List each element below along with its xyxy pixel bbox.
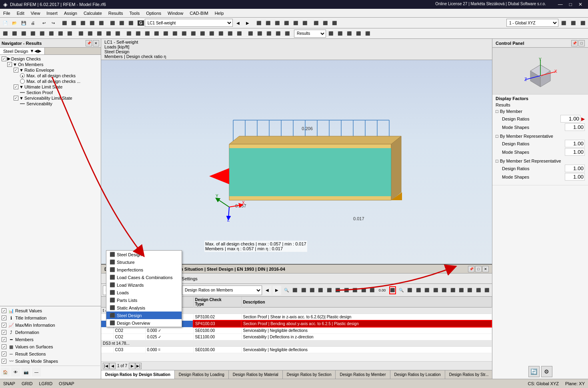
tb2-25[interactable]: ⬛: [226, 29, 234, 38]
page-first[interactable]: |◀: [103, 363, 109, 369]
rt-btn2[interactable]: ⬛: [291, 286, 298, 294]
tb2-10[interactable]: ⬛: [86, 29, 94, 38]
tb2-5[interactable]: ⬛: [38, 29, 46, 38]
tb-save[interactable]: 💾: [19, 18, 28, 27]
table-group-row-2[interactable]: DS3 nt 14.78...: [101, 340, 492, 347]
tb-btn8[interactable]: ⬛: [108, 18, 117, 27]
result-type-next[interactable]: ▶: [272, 286, 281, 295]
nav-item-result-values[interactable]: 📊 Result Values: [1, 307, 100, 314]
tb2-15[interactable]: ⬛: [134, 29, 142, 38]
rt-btn-value[interactable]: 0.00: [377, 286, 388, 294]
cp-btn-restore[interactable]: 🔄: [528, 366, 540, 377]
nav-item-maxmin-info[interactable]: 📈 Max/Min Information: [1, 322, 100, 329]
rt-btn15[interactable]: ⬛: [424, 286, 430, 294]
tb-new[interactable]: 📄: [1, 18, 10, 27]
tb-view2[interactable]: ⬛: [321, 18, 330, 27]
rt-btn19[interactable]: ⬛: [458, 286, 464, 294]
nav-pin-button[interactable]: 📌: [86, 40, 92, 46]
tb-btn4[interactable]: ⬛: [69, 18, 78, 27]
tree-serviceability[interactable]: Serviceability: [1, 101, 100, 107]
menu-window[interactable]: Window: [164, 10, 186, 16]
tb2-11[interactable]: ⬛: [95, 29, 104, 38]
tb2-28[interactable]: ⬛: [255, 29, 264, 38]
nav-tab-prev[interactable]: ◀: [34, 48, 38, 54]
tree-section-proof[interactable]: Section Proof: [1, 90, 100, 95]
nav-check-members[interactable]: [2, 337, 6, 342]
dropdown-item-load-cases[interactable]: ⬛ Load Cases & Combinations: [106, 273, 182, 281]
tab-design-ratios-str[interactable]: Design Ratios by Str...: [445, 370, 492, 379]
menu-options[interactable]: Options: [143, 10, 164, 16]
status-grid[interactable]: GRID: [22, 381, 33, 386]
tb2-24[interactable]: ⬛: [216, 29, 225, 38]
tab-design-ratios-location[interactable]: Design Ratios by Location: [390, 370, 445, 379]
tb2-36[interactable]: ⬛: [363, 29, 372, 38]
tb-render1[interactable]: ⬛: [254, 18, 263, 27]
dropdown-item-static-analysis[interactable]: ⬛ Static Analysis: [106, 304, 182, 312]
menu-file[interactable]: File: [0, 10, 14, 16]
rt-btn16[interactable]: ⬛: [432, 286, 439, 294]
tb2-18[interactable]: ⬛: [161, 29, 170, 38]
cp-max-button[interactable]: □: [578, 40, 585, 46]
tb2-29[interactable]: ⬛: [264, 29, 273, 38]
dropdown-item-load-wizards[interactable]: ⬛ Load Wizards: [106, 281, 182, 289]
rt-btn1[interactable]: 🔍: [283, 286, 290, 294]
tb-xyz-more3[interactable]: ⬛: [578, 18, 587, 27]
menu-results[interactable]: Results: [105, 10, 126, 16]
tb-view3[interactable]: ⬛: [330, 18, 339, 27]
tb2-21[interactable]: ⬛: [189, 29, 198, 38]
tree-max-all-1[interactable]: Max. of all design checks: [1, 73, 100, 78]
tree-check-on-members[interactable]: [7, 62, 12, 67]
tb2-12[interactable]: ⬛: [104, 29, 113, 38]
tree-ult-limit[interactable]: ▼ Ultimate Limit State: [1, 84, 100, 90]
tb2-16[interactable]: ⬛: [143, 29, 152, 38]
rt-btn17[interactable]: ⬛: [440, 286, 447, 294]
menu-assign[interactable]: Assign: [61, 10, 80, 16]
cp-input-rep-dr[interactable]: [565, 140, 585, 147]
nav-check-result-values[interactable]: [2, 308, 6, 313]
table-row[interactable]: CO2 0.025 ✓ SE1100.00 Serviceability | D…: [101, 334, 492, 340]
nav-item-values-surfaces[interactable]: ▦ Values on Surfaces: [1, 343, 100, 350]
rt-btn6[interactable]: ⬛: [326, 286, 332, 294]
nav-item-members[interactable]: ━ Members: [1, 336, 100, 343]
tb-render4[interactable]: ⬛: [282, 18, 291, 27]
tb2-33[interactable]: ⬛: [336, 29, 344, 38]
tb2-3[interactable]: ⬛: [19, 29, 28, 38]
dropdown-item-parts-lists[interactable]: ⬛ Parts Lists: [106, 296, 182, 304]
tb2-7[interactable]: ⬛: [56, 29, 65, 38]
rt-btn18[interactable]: ⬛: [449, 286, 456, 294]
tab-design-ratios-loading[interactable]: Design Ratios by Loading: [175, 370, 229, 379]
tb-btn7[interactable]: ⬛: [97, 18, 106, 27]
tb2-26[interactable]: ⬛: [235, 29, 244, 38]
tb-open[interactable]: 📂: [10, 18, 19, 27]
dropdown-item-design-overview[interactable]: ⬛ Design Overview: [106, 319, 182, 327]
tb2-32[interactable]: ⬛: [326, 29, 335, 38]
results-pin-button[interactable]: 📌: [468, 266, 474, 272]
cp-input-rep-ms[interactable]: [565, 148, 585, 156]
tb2-4[interactable]: ⬛: [28, 29, 37, 38]
tb2-23[interactable]: ⬛: [207, 29, 216, 38]
viewport-canvas[interactable]: Y X Z: [101, 60, 492, 264]
nav-item-result-sections[interactable]: ─ Result Sections: [1, 350, 100, 358]
nav-item-deformation[interactable]: ⤴ Deformation: [1, 329, 100, 336]
nav-check-title-info[interactable]: [2, 316, 6, 320]
nav-item-scaling-mode[interactable]: 〰 Scaling Mode Shapes: [1, 358, 100, 365]
rt-btn3[interactable]: ⬛: [300, 286, 307, 294]
xyz-selector[interactable]: 1 - Global XYZ: [506, 19, 558, 27]
rt-btn21[interactable]: ⬛: [475, 286, 482, 294]
tb2-19[interactable]: ⬛: [170, 29, 179, 38]
rt-btn8[interactable]: ⬛: [343, 286, 350, 294]
tree-ratio-envelope[interactable]: ▼ Ratio Envelope: [1, 67, 100, 73]
tb2-14[interactable]: ⬛: [124, 29, 133, 38]
tree-svc-limit[interactable]: ▼ Serviceability Limit State: [1, 95, 100, 101]
tree-check-design-checks[interactable]: [2, 56, 6, 61]
nav-check-values-surfaces[interactable]: [2, 344, 6, 349]
tb2-13[interactable]: ⬛: [113, 29, 122, 38]
rt-btn14[interactable]: ⬛: [415, 286, 422, 294]
tb2-select1[interactable]: Results: [294, 30, 326, 38]
radio-max-all-1[interactable]: [20, 73, 25, 78]
rt-btn5[interactable]: ⬛: [317, 286, 324, 294]
nav-bottom-btn2[interactable]: 👁: [11, 368, 20, 376]
tab-design-ratios-design-situation[interactable]: Design Ratios by Design Situation: [101, 370, 175, 379]
rt-btn13[interactable]: ⬛: [406, 286, 413, 294]
tree-max-all-2[interactable]: Max. of all design checks ...: [1, 78, 100, 84]
